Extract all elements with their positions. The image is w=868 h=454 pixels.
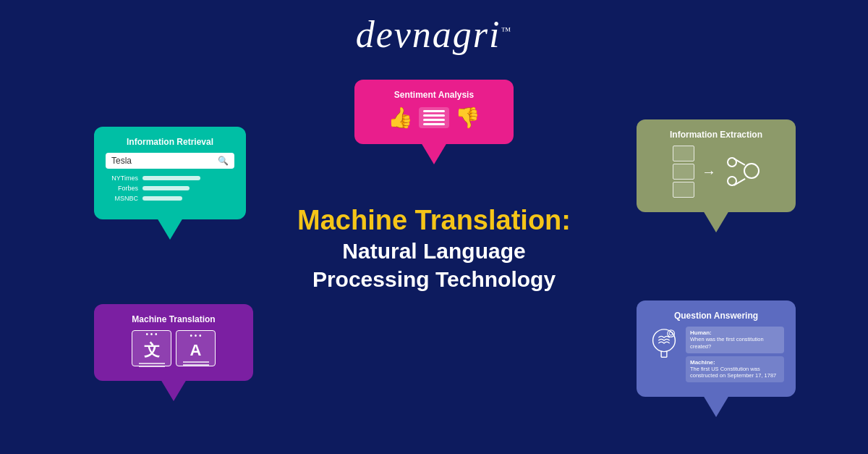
- result-row-3: MSNBC: [106, 195, 234, 202]
- search-bar: Tesla 🔍: [106, 153, 234, 169]
- result-row-2: Forbes: [106, 185, 234, 192]
- trans-box-english: • • • A: [176, 330, 216, 366]
- sentiment-doc-icon: [419, 107, 449, 128]
- result-bar-2: [142, 186, 190, 190]
- qa-human-text: When was the first constitution created?: [690, 336, 780, 350]
- question-answering-title: Question Answering: [648, 311, 784, 321]
- trans-lines-2: [183, 361, 209, 366]
- translation-content: • • • 文 • • • A: [106, 330, 242, 366]
- qa-human-block: Human: When was the first constitution c…: [686, 327, 784, 353]
- qa-content: Human: When was the first constitution c…: [648, 327, 784, 382]
- trans-box-chinese: • • • 文: [132, 330, 171, 366]
- main-title: Machine Translation:: [297, 204, 571, 237]
- trans-dots: • • •: [145, 330, 157, 338]
- qa-machine-label: Machine:: [690, 359, 780, 366]
- qa-human-label: Human:: [690, 329, 780, 336]
- result-bar-1: [142, 176, 200, 180]
- doc-stack-icon: [673, 146, 694, 198]
- info-retrieval-title: Information Retrieval: [106, 137, 234, 147]
- result-label-2: Forbes: [106, 185, 138, 192]
- svg-point-4: [668, 330, 675, 337]
- sentiment-title: Sentiment Analysis: [366, 90, 502, 100]
- trans-dots-2: • • •: [190, 332, 201, 340]
- qa-machine-block: Machine: The first US Constitution was c…: [686, 356, 784, 383]
- search-value: Tesla: [111, 156, 132, 166]
- machine-translation-bubble: Machine Translation • • • 文 • • • A: [94, 304, 253, 381]
- qa-text-area: Human: When was the first constitution c…: [686, 327, 784, 382]
- thumbs-down-icon: 👎: [455, 106, 480, 130]
- question-answering-bubble: Question Answering Human: When was the f…: [637, 300, 796, 397]
- brain-head-icon: [648, 327, 680, 363]
- sentiment-icons: 👍 👎: [366, 106, 502, 130]
- result-bar-3: [142, 196, 182, 201]
- search-icon: 🔍: [218, 156, 229, 166]
- info-extraction-title: Information Extraction: [648, 130, 784, 140]
- logo-area: devnagri™: [0, 0, 868, 56]
- info-extraction-bubble: Information Extraction →: [637, 119, 796, 212]
- logo-text: devnagri™: [356, 14, 513, 55]
- sentiment-bubble: Sentiment Analysis 👍 👎: [354, 80, 514, 144]
- trans-char-english: A: [190, 341, 202, 360]
- qa-machine-text: The first US Constitution was constructe…: [690, 366, 780, 380]
- result-label-1: NYTimes: [106, 175, 138, 182]
- machine-translation-title: Machine Translation: [106, 314, 242, 324]
- network-icon: [723, 157, 760, 186]
- arrow-right-icon: →: [702, 164, 716, 180]
- info-retrieval-bubble: Information Retrieval Tesla 🔍 NYTimes Fo…: [94, 127, 246, 219]
- result-row-1: NYTimes: [106, 175, 234, 182]
- center-text-block: Machine Translation: Natural Language Pr…: [297, 204, 571, 294]
- result-label-3: MSNBC: [106, 195, 138, 202]
- extraction-content: →: [648, 146, 784, 198]
- main-subtitle: Natural Language Processing Technology: [297, 237, 571, 293]
- thumbs-up-icon: 👍: [388, 106, 413, 130]
- trans-lines: [139, 363, 165, 367]
- trans-char-chinese: 文: [144, 340, 160, 361]
